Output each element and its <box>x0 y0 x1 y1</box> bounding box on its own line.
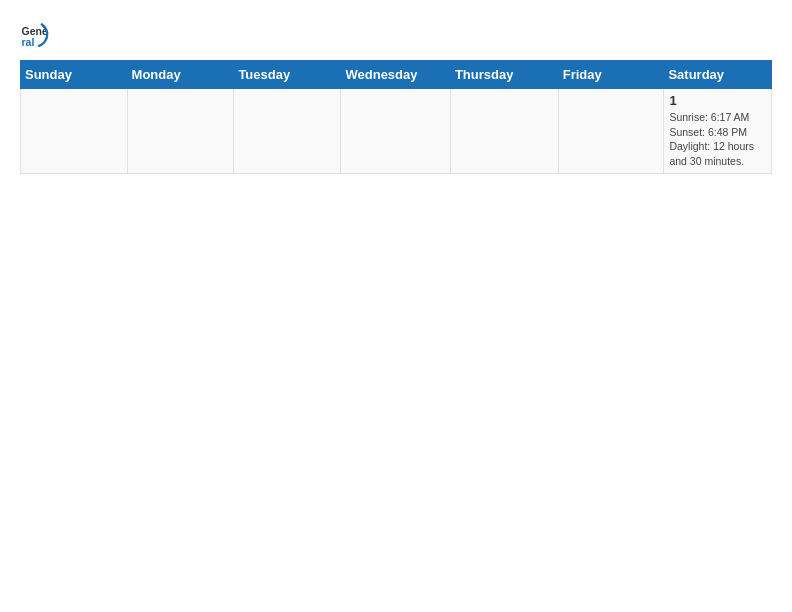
calendar-empty-cell <box>558 89 664 174</box>
calendar-empty-cell <box>21 89 128 174</box>
calendar-table: SundayMondayTuesdayWednesdayThursdayFrid… <box>20 60 772 174</box>
day-info: Sunrise: 6:17 AMSunset: 6:48 PMDaylight:… <box>669 110 766 169</box>
page-header: Gene ral <box>20 20 772 50</box>
header-tuesday: Tuesday <box>234 61 341 89</box>
header-saturday: Saturday <box>664 61 772 89</box>
header-friday: Friday <box>558 61 664 89</box>
calendar-empty-cell <box>234 89 341 174</box>
calendar-empty-cell <box>450 89 558 174</box>
svg-text:ral: ral <box>22 36 35 48</box>
calendar-header-row: SundayMondayTuesdayWednesdayThursdayFrid… <box>21 61 772 89</box>
calendar-empty-cell <box>341 89 450 174</box>
header-wednesday: Wednesday <box>341 61 450 89</box>
logo: Gene ral <box>20 20 54 50</box>
calendar-week-row: 1Sunrise: 6:17 AMSunset: 6:48 PMDaylight… <box>21 89 772 174</box>
day-number: 1 <box>669 93 766 108</box>
calendar-day-cell: 1Sunrise: 6:17 AMSunset: 6:48 PMDaylight… <box>664 89 772 174</box>
calendar-empty-cell <box>127 89 234 174</box>
header-thursday: Thursday <box>450 61 558 89</box>
header-monday: Monday <box>127 61 234 89</box>
header-sunday: Sunday <box>21 61 128 89</box>
logo-icon: Gene ral <box>20 20 50 50</box>
